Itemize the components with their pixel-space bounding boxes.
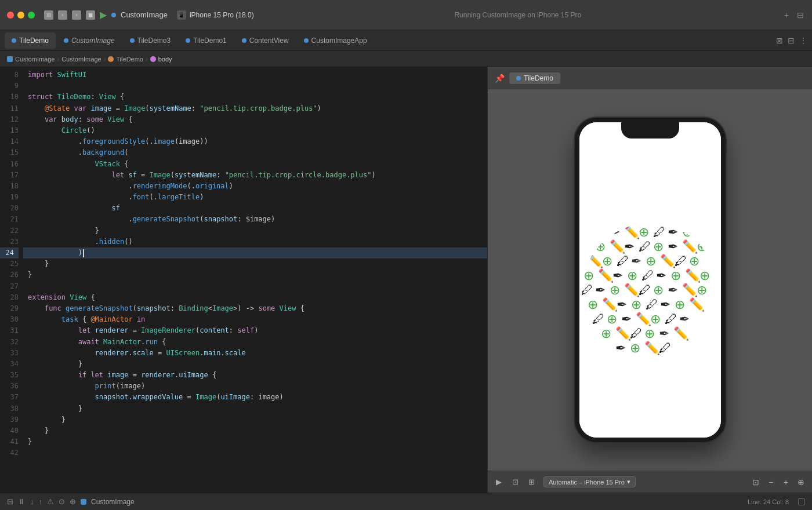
back-icon[interactable]: ‹ [58, 10, 67, 20]
status-icon-6[interactable]: ⊙ [59, 497, 65, 506]
breadcrumb-file-icon [108, 56, 114, 62]
svg-text:⊕: ⊕ [646, 254, 656, 268]
svg-text:✒: ✒ [656, 268, 666, 283]
breadcrumb-project-icon [7, 56, 13, 62]
code-content[interactable]: import SwiftUI struct TileDemo: View { @… [23, 67, 487, 493]
tab-tiledemo3[interactable]: TileDemo3 [123, 32, 178, 49]
svg-text:🖊: 🖊 [653, 225, 666, 239]
status-icon-4[interactable]: ↑ [39, 497, 43, 506]
svg-text:✏️: ✏️ [644, 340, 661, 356]
zoom-controls: ⊡ − + ⊕ [749, 476, 807, 489]
status-icon-3[interactable]: ↓ [30, 497, 34, 506]
play-icon[interactable]: ▶ [492, 476, 505, 489]
svg-text:✒: ✒ [610, 225, 620, 239]
tab-contentview[interactable]: ContentView [235, 32, 296, 49]
fullscreen-button[interactable] [28, 12, 35, 19]
zoom-fit-icon[interactable]: ⊡ [749, 476, 762, 489]
inspector-button[interactable]: ⊠ [776, 36, 783, 45]
grid-icon[interactable]: ⊞ [525, 476, 538, 489]
tab-label: CustomImageApp [311, 37, 367, 45]
svg-text:✒: ✒ [624, 239, 635, 254]
svg-text:🖊: 🖊 [639, 283, 651, 297]
breadcrumb-separator-3: › [146, 56, 148, 63]
code-line-33: renderer.scale = UIScreen.main.scale [23, 348, 487, 359]
svg-text:🖊: 🖊 [592, 312, 605, 326]
svg-text:✏️: ✏️ [673, 326, 690, 341]
main-layout: 8 9 10 11 12 13 14 15 16 17 18 19 20 21 … [0, 67, 812, 493]
minimize-button[interactable] [17, 12, 24, 19]
tab-dot [64, 38, 68, 43]
svg-text:✏️: ✏️ [682, 282, 698, 298]
code-line-10: struct TileDemo: View { [23, 92, 487, 103]
breadcrumb-item-4[interactable]: body [158, 56, 172, 63]
code-line-13: Circle() [23, 125, 487, 136]
svg-text:✒: ✒ [668, 283, 678, 297]
inspect-icon[interactable]: ⊡ [509, 476, 521, 489]
svg-text:✏️: ✏️ [581, 224, 597, 240]
status-cursor-position: Line: 24 Col: 8 [748, 498, 789, 505]
layout-button[interactable]: ⊟ [788, 36, 795, 45]
svg-text:⊕: ⊕ [675, 297, 685, 312]
device-name: iPhone 15 Pro (18.0) [190, 11, 254, 19]
pin-icon[interactable]: 📌 [495, 74, 505, 83]
svg-text:⊕: ⊕ [644, 326, 655, 341]
status-expand-icon[interactable] [798, 498, 805, 505]
tab-label: TileDemo1 [193, 37, 227, 45]
tile-pattern-svg: ✏️ 🖊 ✒ ✏️ ⊕ 🖊 ✒ ⊕ ✏️ 🖉 [581, 222, 720, 361]
tab-label: TileDemo [19, 37, 49, 45]
tab-tiledemo1[interactable]: TileDemo1 [179, 32, 234, 49]
svg-text:⊕: ⊕ [607, 312, 617, 326]
breadcrumb-separator-2: › [104, 56, 106, 63]
svg-text:⊕: ⊕ [631, 297, 641, 312]
code-line-18: .renderingMode(.original) [23, 181, 487, 192]
svg-text:🖊: 🖊 [630, 326, 643, 341]
code-editor[interactable]: 8 9 10 11 12 13 14 15 16 17 18 19 20 21 … [0, 67, 487, 493]
sidebar-toggle-icon[interactable]: ⊞ [44, 10, 53, 20]
svg-text:⊕: ⊕ [689, 254, 699, 268]
code-line-37: snapshot.wrappedValue = Image(uiImage: i… [23, 392, 487, 403]
tab-tiledemo[interactable]: TileDemo [5, 32, 56, 49]
tab-customimageapp[interactable]: CustomImageApp [297, 32, 374, 49]
status-icon-2[interactable]: ⏸ [18, 497, 26, 506]
svg-text:✏️: ✏️ [610, 239, 626, 254]
project-name: CustomImage [121, 10, 168, 19]
tabbar-right: ⊠ ⊟ ⋮ [776, 36, 807, 45]
tab-label: TileDemo3 [137, 37, 171, 45]
tab-dot [242, 38, 246, 43]
breadcrumb-item-1[interactable]: CustomImage [15, 56, 55, 63]
code-line-32: await MainActor.run { [23, 337, 487, 348]
zoom-out-icon[interactable]: − [764, 476, 777, 489]
status-icon-1[interactable]: ⊟ [7, 497, 13, 506]
code-line-8: import SwiftUI [23, 70, 487, 81]
titlebar-right-buttons: + ⊟ [782, 10, 805, 20]
svg-text:🖊: 🖊 [675, 254, 687, 268]
breadcrumb-item-2[interactable]: CustomImage [61, 56, 101, 63]
breadcrumb-symbol-icon [150, 56, 156, 62]
preview-tab-tiledemo[interactable]: TileDemo [509, 72, 560, 84]
status-icon-5[interactable]: ⚠ [47, 497, 54, 506]
code-line-23: .hidden() [23, 236, 487, 247]
device-selector[interactable]: Automatic – iPhone 15 Pro ▾ [543, 476, 636, 487]
more-button[interactable]: ⋮ [799, 36, 807, 45]
run-button[interactable]: ▶ [100, 9, 107, 20]
svg-text:⊕: ⊕ [653, 283, 664, 297]
breadcrumb-item-3[interactable]: TileDemo [116, 56, 143, 63]
close-button[interactable] [7, 12, 14, 19]
zoom-actual-icon[interactable]: ⊕ [795, 476, 807, 489]
device-selector-area[interactable]: 📱 iPhone 15 Pro (18.0) [177, 10, 254, 20]
code-line-16: VStack { [23, 159, 487, 170]
tabbar: TileDemo CustomImage TileDemo3 TileDemo1… [0, 30, 812, 51]
code-line-20: sf [23, 203, 487, 214]
svg-text:⊕: ⊕ [639, 225, 649, 239]
preview-tab-label: TileDemo [524, 74, 553, 82]
svg-text:⊕: ⊕ [595, 239, 606, 254]
stop-icon[interactable]: ◼ [86, 10, 95, 20]
code-line-22: } [23, 225, 487, 236]
zoom-in-icon[interactable]: + [780, 476, 792, 489]
forward-icon[interactable]: › [72, 10, 81, 20]
status-icon-7[interactable]: ⊕ [70, 497, 76, 506]
svg-text:⊕: ⊕ [630, 341, 640, 355]
add-tab-button[interactable]: + [782, 10, 791, 20]
split-view-button[interactable]: ⊟ [796, 10, 805, 20]
tab-customimage[interactable]: CustomImage [57, 32, 122, 49]
